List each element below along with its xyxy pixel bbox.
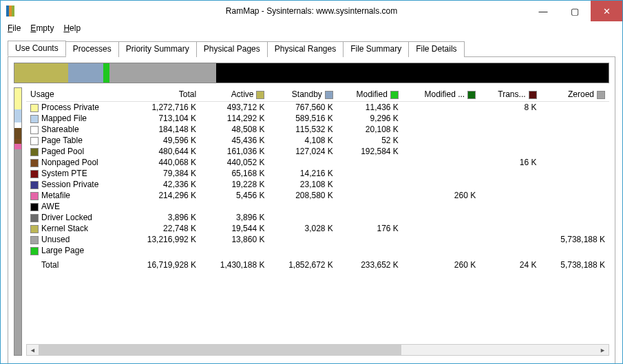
table-row[interactable]: Kernel Stack22,748 K19,544 K3,028 K176 K <box>26 223 609 234</box>
memory-stackbar <box>14 63 609 83</box>
stackbar-segment <box>109 63 216 83</box>
table-row[interactable]: Session Private42,336 K19,228 K23,108 K <box>26 179 609 190</box>
minimize-button[interactable]: — <box>527 1 559 21</box>
tab-priority-summary[interactable]: Priority Summary <box>118 41 197 57</box>
titlebar[interactable]: RamMap - Sysinternals: www.sysinternals.… <box>1 1 622 21</box>
col-modified[interactable]: Modified <box>337 87 403 102</box>
row-swatch-icon <box>30 148 39 156</box>
tabstrip: Use CountsProcessesPriority SummaryPhysi… <box>8 41 615 56</box>
row-swatch-icon <box>30 115 39 123</box>
row-swatch-icon <box>30 225 39 233</box>
menu-file[interactable]: File <box>3 22 25 34</box>
scroll-left-arrow[interactable]: ◄ <box>27 345 39 355</box>
scroll-thumb[interactable] <box>39 345 401 355</box>
tab-use-counts[interactable]: Use Counts <box>8 41 66 56</box>
col-modified-[interactable]: Modified ... <box>403 87 480 102</box>
row-swatch-icon <box>30 192 39 200</box>
row-swatch-icon <box>30 170 39 178</box>
row-swatch-icon <box>30 137 39 145</box>
column-swatch-icon <box>325 91 333 99</box>
use-counts-table-wrap: UsageTotalActiveStandbyModifiedModified … <box>26 87 609 356</box>
stackbar-segment <box>216 63 609 83</box>
menubar: FileEmptyHelp <box>1 21 622 35</box>
stackbar-segment <box>68 63 104 83</box>
column-swatch-icon <box>256 91 264 99</box>
table-row[interactable]: System PTE79,384 K65,168 K14,216 K <box>26 168 609 179</box>
use-counts-table: UsageTotalActiveStandbyModifiedModified … <box>26 87 609 270</box>
row-swatch-icon <box>30 126 39 134</box>
col-zeroed[interactable]: Zeroed <box>541 87 609 102</box>
maximize-button[interactable]: ▢ <box>559 1 591 21</box>
col-usage[interactable]: Usage <box>26 87 126 102</box>
row-swatch-icon <box>30 181 39 189</box>
row-swatch-icon <box>30 104 39 112</box>
row-swatch-icon <box>30 236 39 244</box>
row-swatch-icon <box>30 214 39 222</box>
menu-help[interactable]: Help <box>59 22 85 34</box>
table-row[interactable]: Large Page <box>26 245 609 256</box>
stackbar-segment <box>103 63 109 83</box>
tab-physical-ranges[interactable]: Physical Ranges <box>267 41 344 57</box>
totals-row: Total16,719,928 K1,430,188 K1,852,672 K2… <box>26 256 609 270</box>
tab-body: UsageTotalActiveStandbyModifiedModified … <box>8 56 615 364</box>
close-button[interactable]: ✕ <box>591 1 622 21</box>
tab-file-details[interactable]: File Details <box>408 41 464 57</box>
column-swatch-icon <box>390 91 399 99</box>
col-trans-[interactable]: Trans... <box>480 87 540 102</box>
table-row[interactable]: Metafile214,296 K5,456 K208,580 K260 K <box>26 190 609 201</box>
tab-processes[interactable]: Processes <box>65 41 119 57</box>
table-header-row: UsageTotalActiveStandbyModifiedModified … <box>26 87 609 102</box>
column-swatch-icon <box>529 91 537 99</box>
horizontal-scrollbar[interactable]: ◄ ► <box>26 344 609 356</box>
row-swatch-icon <box>30 203 39 211</box>
tab-physical-pages[interactable]: Physical Pages <box>196 41 268 57</box>
table-row[interactable]: AWE <box>26 201 609 212</box>
col-standby[interactable]: Standby <box>268 87 337 102</box>
table-row[interactable]: Nonpaged Pool440,068 K440,052 K16 K <box>26 157 609 168</box>
row-swatch-icon <box>30 247 39 255</box>
row-swatch-icon <box>30 159 39 167</box>
table-row[interactable]: Shareable184,148 K48,508 K115,532 K20,10… <box>26 124 609 135</box>
tab-file-summary[interactable]: File Summary <box>343 41 409 57</box>
stackbar-segment <box>14 63 68 83</box>
table-row[interactable]: Unused13,216,992 K13,860 K5,738,188 K <box>26 234 609 245</box>
table-row[interactable]: Page Table49,596 K45,436 K4,108 K52 K <box>26 135 609 146</box>
table-row[interactable]: Process Private1,272,716 K493,712 K767,5… <box>26 102 609 114</box>
table-row[interactable]: Driver Locked3,896 K3,896 K <box>26 212 609 223</box>
col-active[interactable]: Active <box>200 87 268 102</box>
scroll-right-arrow[interactable]: ► <box>597 345 609 355</box>
menu-empty[interactable]: Empty <box>26 22 58 34</box>
app-icon <box>6 6 17 17</box>
table-row[interactable]: Paged Pool480,644 K161,036 K127,024 K192… <box>26 146 609 157</box>
table-row[interactable]: Mapped File713,104 K114,292 K589,516 K9,… <box>26 113 609 124</box>
column-swatch-icon <box>467 91 476 99</box>
column-swatch-icon <box>597 91 605 99</box>
left-legend <box>14 87 22 356</box>
col-total[interactable]: Total <box>126 87 200 102</box>
